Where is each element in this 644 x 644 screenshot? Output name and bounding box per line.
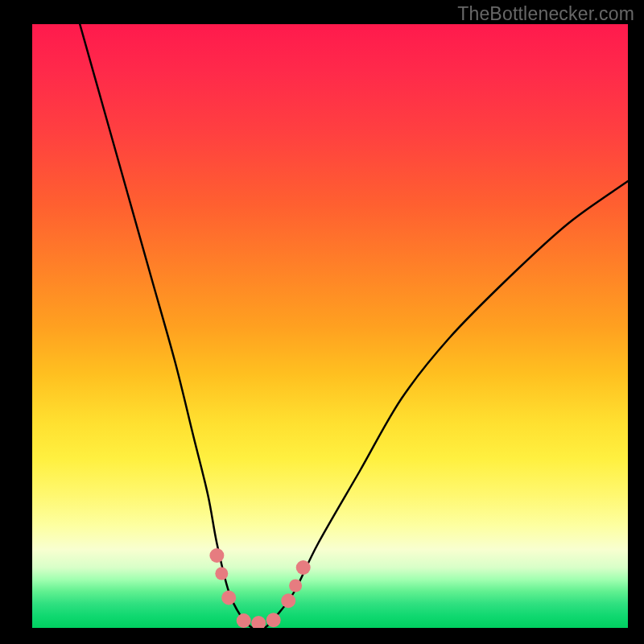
plot-area — [32, 24, 628, 628]
data-marker — [215, 568, 228, 580]
data-marker — [289, 580, 302, 592]
data-marker — [296, 560, 311, 575]
chart-frame: TheBottlenecker.com — [0, 0, 644, 644]
chart-svg — [32, 24, 628, 628]
attribution-text: TheBottlenecker.com — [457, 3, 634, 25]
bottleneck-curve — [80, 24, 628, 628]
marker-group — [209, 548, 310, 628]
data-marker — [251, 616, 266, 628]
data-marker — [237, 613, 251, 628]
data-marker — [266, 613, 281, 627]
data-marker — [281, 593, 295, 608]
curve-group — [80, 24, 628, 628]
data-marker — [221, 591, 236, 605]
data-marker — [209, 548, 224, 563]
